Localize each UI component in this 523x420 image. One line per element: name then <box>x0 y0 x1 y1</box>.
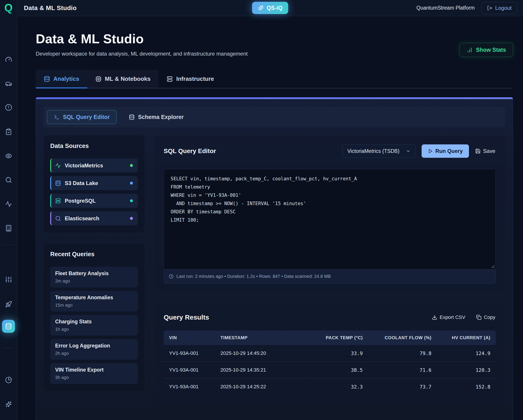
sliders-icon <box>5 276 12 283</box>
sidebar-item-controls[interactable] <box>3 274 14 285</box>
terminal-icon <box>54 114 60 120</box>
database-icon <box>55 180 61 186</box>
cell-coolant-flow: 79.8 <box>368 345 437 362</box>
server-icon <box>167 76 173 82</box>
toggle-label: Schema Explorer <box>138 114 184 120</box>
copy-icon <box>476 315 482 320</box>
query-results-title: Query Results <box>164 314 209 321</box>
sidebar-item-alerts[interactable] <box>3 102 14 112</box>
app-root: Q <box>0 0 523 420</box>
data-source-victoriametrics[interactable]: VictoriaMetrics <box>50 158 138 173</box>
recent-query-name: Error Log Aggregation <box>55 343 133 349</box>
tab-label: Infrastructure <box>176 75 214 82</box>
cell-coolant-flow: 73.7 <box>368 379 437 395</box>
column-header-hv-current: HV CURRENT (A) <box>437 331 496 345</box>
page-content: Data & ML Studio Developer workspace for… <box>17 16 523 420</box>
sidebar-item-vehicles[interactable] <box>3 78 14 89</box>
sidebar-item-data-ml-studio-active[interactable] <box>2 320 15 333</box>
sidebar-item-reports[interactable] <box>3 375 14 385</box>
sidebar-divider <box>3 348 14 348</box>
recent-query-item[interactable]: VIN Timeline Export 3h ago <box>50 363 138 384</box>
sidebar-item-deployments[interactable] <box>3 299 14 309</box>
recent-query-name: Fleet Battery Analysis <box>55 270 133 277</box>
view-toggle: SQL Query Editor Schema Explorer <box>44 107 505 127</box>
data-source-name: PostgreSQL <box>65 198 96 204</box>
cell-vin: YV1-93A-001 <box>164 345 215 362</box>
play-icon <box>428 149 433 154</box>
show-stats-button[interactable]: Show Stats <box>460 43 513 57</box>
query-status-bar: Last run: 2 minutes ago • Duration: 1.2s… <box>164 269 496 284</box>
tab-ml-notebooks[interactable]: ML & Notebooks <box>87 70 159 88</box>
data-source-s3-data-lake[interactable]: S3 Data Lake <box>50 176 138 190</box>
query-results-card: Query Results Export CSV Copy <box>154 304 505 404</box>
cell-timestamp: 2025-10-29 14:45:20 <box>215 345 311 362</box>
data-source-name: S3 Data Lake <box>65 180 98 186</box>
qsiq-button[interactable]: QS-iQ <box>252 2 288 14</box>
cpu-icon <box>95 76 102 82</box>
column-header-coolant-flow: COOLANT FLOW (%) <box>368 331 437 345</box>
toggle-label: SQL Query Editor <box>63 114 110 120</box>
sql-code-editor[interactable]: SELECT vin, timestamp, pack_temp_C, cool… <box>164 169 496 269</box>
toggle-schema-explorer[interactable]: Schema Explorer <box>122 110 190 124</box>
save-icon <box>475 148 481 154</box>
cell-vin: YV1-93A-001 <box>164 379 215 395</box>
activity-icon <box>5 201 12 207</box>
sidebar-item-search[interactable] <box>3 175 14 185</box>
copy-button[interactable]: Copy <box>476 313 496 322</box>
app-title: Data & ML Studio <box>24 4 77 12</box>
alert-octagon-icon <box>5 104 12 111</box>
analytics-workspace-card: SQL Query Editor Schema Explorer Data So… <box>36 97 513 420</box>
cell-pack-temp: 32.3 <box>311 379 368 395</box>
data-sources-title: Data Sources <box>50 143 138 150</box>
recent-query-name: VIN Timeline Export <box>55 367 133 373</box>
main-area: Data & ML Studio QS-iQ QuantumStream Pla… <box>17 0 523 420</box>
sidebar-item-facilities[interactable] <box>3 223 14 233</box>
run-query-button[interactable]: Run Query <box>422 144 469 158</box>
sidebar-item-dashboard[interactable] <box>3 54 14 64</box>
rocket-icon <box>5 301 12 308</box>
sparkles-icon <box>5 401 12 408</box>
database-icon <box>129 114 135 120</box>
datasource-select[interactable]: VictoriaMetrics (TSDB) <box>342 145 416 158</box>
logout-button[interactable]: Logout <box>482 2 517 14</box>
data-source-name: VictoriaMetrics <box>65 162 103 169</box>
data-source-postgresql[interactable]: PostgreSQL <box>50 194 138 208</box>
database-icon <box>5 323 12 330</box>
export-csv-button[interactable]: Export CSV <box>432 313 466 322</box>
recent-query-name: Temperature Anomalies <box>55 294 133 301</box>
status-dot <box>130 217 133 220</box>
database-icon <box>44 76 50 82</box>
logout-label: Logout <box>495 5 512 11</box>
recent-query-item[interactable]: Error Log Aggregation 2h ago <box>50 339 138 360</box>
tab-infrastructure[interactable]: Infrastructure <box>159 70 222 88</box>
recent-query-item[interactable]: Charging Stats 1h ago <box>50 315 138 336</box>
cell-timestamp: 2025-10-29 14:25:22 <box>215 379 311 395</box>
sidebar-item-tasks[interactable] <box>3 127 14 137</box>
recent-query-item[interactable]: Fleet Battery Analysis 2m ago <box>50 267 138 287</box>
tab-bar: Analytics ML & Notebooks Infrastructure <box>36 70 513 88</box>
tab-analytics[interactable]: Analytics <box>36 70 87 88</box>
sidebar-item-telemetry[interactable] <box>3 199 14 209</box>
sidebar: Q <box>0 0 17 420</box>
toggle-sql-query-editor[interactable]: SQL Query Editor <box>47 110 117 124</box>
sidebar-item-monitoring[interactable] <box>3 151 14 161</box>
cell-coolant-flow: 71.6 <box>368 362 437 379</box>
right-column: SQL Query Editor VictoriaMetrics (TSDB) … <box>154 135 505 404</box>
status-dot <box>130 164 133 167</box>
data-sources-panel: Data Sources VictoriaMetrics S3 Data Lak… <box>44 135 145 233</box>
sidebar-item-ai[interactable] <box>3 399 14 409</box>
data-source-elasticsearch[interactable]: Elasticsearch <box>50 211 138 225</box>
recent-query-time: 2h ago <box>55 351 133 356</box>
recent-queries-title: Recent Queries <box>50 251 138 258</box>
cell-hv-current: 152.8 <box>437 379 496 395</box>
recent-query-item[interactable]: Temperature Anomalies 15m ago <box>50 291 138 311</box>
cell-timestamp: 2025-10-29 14:35:21 <box>215 362 311 379</box>
app-logo: Q <box>0 2 17 15</box>
bar-chart-icon <box>466 47 473 53</box>
save-query-button[interactable]: Save <box>475 147 496 156</box>
pie-chart-icon <box>5 376 12 383</box>
svg-text:Q: Q <box>4 2 13 14</box>
building-icon <box>5 225 12 232</box>
sql-code-text[interactable]: SELECT vin, timestamp, pack_temp_C, cool… <box>164 169 496 269</box>
recent-query-name: Charging Stats <box>55 319 133 325</box>
